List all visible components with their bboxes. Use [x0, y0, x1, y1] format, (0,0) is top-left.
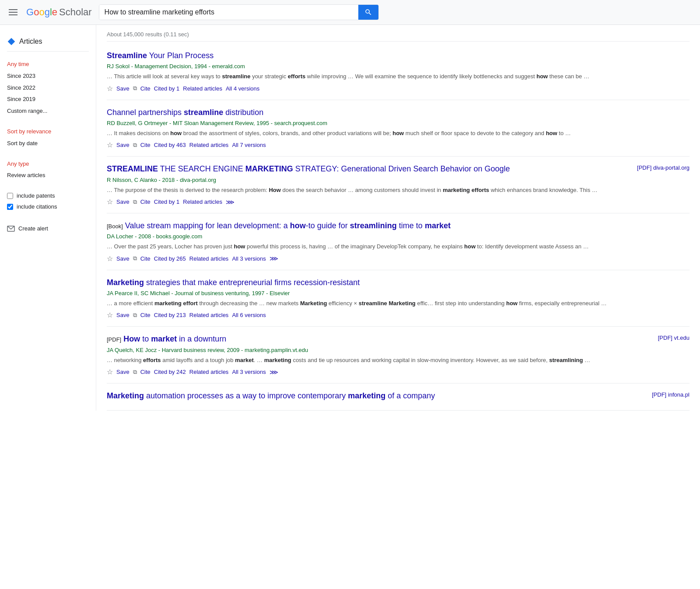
pdf-badge[interactable]: [PDF] diva-portal.org: [637, 164, 690, 171]
save-link[interactable]: Save: [116, 199, 130, 205]
result-title[interactable]: Streamline Your Plan Process: [107, 50, 690, 61]
results-info: About 145,000 results (0.11 sec): [107, 25, 690, 42]
related-articles-link[interactable]: Related articles: [183, 199, 222, 205]
result-item: Channel partnerships streamline distribu…: [107, 100, 690, 157]
result-item: Marketing strategies that make entrepren…: [107, 270, 690, 327]
cited-by-link[interactable]: Cited by 1: [154, 199, 180, 205]
type-review-articles[interactable]: Review articles: [7, 170, 89, 181]
save-star-icon[interactable]: ☆: [107, 254, 113, 263]
cite-link[interactable]: Cite: [140, 199, 150, 205]
hamburger-menu[interactable]: [7, 7, 19, 17]
filter-since-2019[interactable]: Since 2019: [7, 94, 89, 105]
cited-by-link[interactable]: Cited by 242: [154, 369, 186, 375]
result-title[interactable]: [PDF] How to market in a downturn: [107, 334, 690, 345]
all-versions-link[interactable]: All 6 versions: [232, 312, 266, 318]
main-results: About 145,000 results (0.11 sec) Streaml…: [96, 25, 700, 411]
filter-custom-range[interactable]: Custom range...: [7, 105, 89, 117]
pdf-badge[interactable]: [PDF] infona.pl: [652, 391, 690, 398]
related-articles-link[interactable]: Related articles: [189, 369, 229, 375]
result-item: Streamline Your Plan Process RJ Sokol - …: [107, 43, 690, 100]
cite-link[interactable]: Cite: [140, 369, 150, 375]
result-snippet: … This article will look at several key …: [107, 72, 690, 81]
title-bold: Streamline: [107, 51, 147, 60]
filter-any-time[interactable]: Any time: [7, 59, 89, 70]
cited-by-link[interactable]: Cited by 213: [154, 312, 186, 318]
result-actions: ☆ Save ⧉ Cite Cited by 1 Related article…: [107, 84, 690, 93]
save-link[interactable]: Save: [116, 255, 130, 262]
all-versions-link[interactable]: All 7 versions: [232, 142, 266, 148]
related-articles-link[interactable]: Related articles: [189, 142, 229, 148]
articles-label: Articles: [19, 38, 42, 45]
sort-by-relevance[interactable]: Sort by relevance: [7, 126, 89, 138]
save-link[interactable]: Save: [116, 142, 130, 148]
result-title[interactable]: Marketing strategies that make entrepren…: [107, 277, 690, 288]
result-snippet: … a more efficient marketing effort thro…: [107, 299, 690, 308]
result-item: [PDF] infona.pl Marketing automation pro…: [107, 383, 690, 411]
related-articles-link[interactable]: Related articles: [189, 255, 229, 262]
author-link[interactable]: RD Buzzell, G Ortmeyer: [107, 120, 168, 126]
filter-since-2023[interactable]: Since 2023: [7, 70, 89, 82]
include-patents-row: include patents: [7, 190, 89, 201]
book-tag: [Book]: [107, 223, 123, 230]
save-star-icon[interactable]: ☆: [107, 84, 113, 93]
google-scholar-logo[interactable]: Google Scholar: [26, 7, 92, 18]
result-meta: RD Buzzell, G Ortmeyer - MIT Sloan Manag…: [107, 120, 690, 126]
include-citations-row: include citations: [7, 201, 89, 212]
save-star-icon[interactable]: ☆: [107, 198, 113, 206]
articles-section-header: Articles: [7, 32, 89, 52]
search-button[interactable]: [358, 5, 378, 20]
save-star-icon[interactable]: ☆: [107, 368, 113, 376]
save-star-icon[interactable]: ☆: [107, 311, 113, 319]
all-versions-link[interactable]: All 4 versions: [226, 85, 259, 92]
search-icon: [364, 8, 372, 16]
search-box: [99, 4, 379, 20]
type-any[interactable]: Any type: [7, 158, 89, 170]
result-title[interactable]: Channel partnerships streamline distribu…: [107, 107, 690, 118]
result-snippet: … networking efforts amid layoffs and a …: [107, 356, 690, 365]
related-articles-link[interactable]: Related articles: [189, 312, 229, 318]
cite-icon: ⧉: [133, 369, 137, 376]
result-title[interactable]: STREAMLINE THE SEARCH ENGINE MARKETING S…: [107, 164, 690, 174]
result-title[interactable]: Marketing automation processes as a way …: [107, 390, 690, 401]
create-alert-section: Create alert: [7, 221, 89, 236]
more-options-icon[interactable]: ⋙: [270, 369, 278, 376]
save-star-icon[interactable]: ☆: [107, 141, 113, 149]
all-versions-link[interactable]: All 3 versions: [232, 255, 266, 262]
save-link[interactable]: Save: [116, 85, 130, 92]
related-articles-link[interactable]: Related articles: [183, 85, 222, 92]
search-input[interactable]: [99, 5, 358, 20]
result-snippet: … The purpose of the thesis is derived t…: [107, 186, 690, 195]
include-patents-checkbox[interactable]: [7, 193, 13, 199]
cite-link[interactable]: Cite: [140, 85, 150, 92]
time-filter-section: Any time Since 2023 Since 2022 Since 201…: [7, 59, 89, 117]
all-versions-link[interactable]: All 3 versions: [232, 369, 266, 375]
include-citations-label: include citations: [17, 203, 57, 210]
more-options-icon[interactable]: ⋙: [226, 199, 234, 206]
cite-link[interactable]: Cite: [140, 255, 150, 262]
result-snippet: … It makes decisions on how broad the as…: [107, 129, 690, 138]
result-actions: ☆ Save ⧉ Cite Cited by 1 Related article…: [107, 198, 690, 206]
result-item: [PDF] vt.edu [PDF] How to market in a do…: [107, 327, 690, 383]
create-alert-button[interactable]: Create alert: [7, 221, 89, 236]
sort-by-date[interactable]: Sort by date: [7, 138, 89, 150]
author-link[interactable]: JA Pearce II, SC Michael: [107, 290, 170, 296]
articles-icon: [7, 37, 16, 46]
more-options-icon[interactable]: ⋙: [270, 255, 278, 262]
filter-since-2022[interactable]: Since 2022: [7, 82, 89, 94]
cite-icon: ⧉: [133, 142, 137, 149]
header: Google Scholar: [0, 0, 700, 25]
cite-link[interactable]: Cite: [140, 142, 150, 148]
pdf-badge[interactable]: [PDF] vt.edu: [658, 335, 690, 341]
cited-by-link[interactable]: Cited by 463: [154, 142, 186, 148]
result-actions: ☆ Save ⧉ Cite Cited by 213 Related artic…: [107, 311, 690, 319]
cite-link[interactable]: Cite: [140, 312, 150, 318]
cited-by-link[interactable]: Cited by 1: [154, 85, 180, 92]
cited-by-link[interactable]: Cited by 265: [154, 255, 186, 262]
result-item: [PDF] diva-portal.org STREAMLINE THE SEA…: [107, 157, 690, 213]
save-link[interactable]: Save: [116, 312, 130, 318]
save-link[interactable]: Save: [116, 369, 130, 375]
cite-icon: ⧉: [133, 312, 137, 319]
include-citations-checkbox[interactable]: [7, 204, 13, 210]
include-patents-label: include patents: [17, 192, 55, 199]
result-title[interactable]: [Book] Value stream mapping for lean dev…: [107, 220, 690, 231]
